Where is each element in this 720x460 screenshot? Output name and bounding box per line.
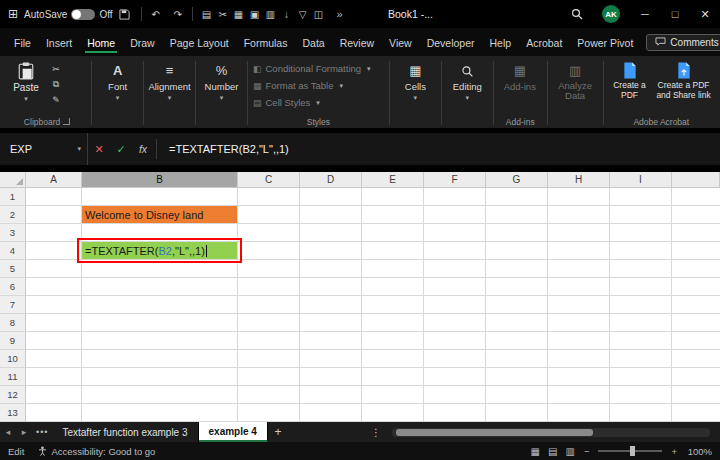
cell-H9[interactable]	[548, 332, 610, 350]
cell-B9[interactable]	[82, 332, 238, 350]
cell-A7[interactable]	[26, 296, 82, 314]
row-header-12[interactable]: 12	[0, 386, 26, 404]
cut-icon[interactable]: ✂	[48, 64, 64, 74]
cell-F13[interactable]	[424, 404, 486, 422]
cell-D3[interactable]	[300, 224, 362, 242]
cell-H1[interactable]	[548, 188, 610, 206]
cell-H8[interactable]	[548, 314, 610, 332]
editing-group-button[interactable]: Editing ▾	[445, 58, 490, 128]
cell-F10[interactable]	[424, 350, 486, 368]
column-header-A[interactable]: A	[26, 172, 82, 188]
app-launcher-icon[interactable]: ⊞	[8, 7, 18, 21]
cell-F3[interactable]	[424, 224, 486, 242]
row-header-6[interactable]: 6	[0, 278, 26, 296]
zoom-out-button[interactable]: −	[584, 446, 590, 457]
tab-draw[interactable]: Draw	[128, 31, 157, 54]
cell-A5[interactable]	[26, 260, 82, 278]
cell-D11[interactable]	[300, 368, 362, 386]
cell-A10[interactable]	[26, 350, 82, 368]
cell-G4[interactable]	[486, 242, 548, 260]
cell-H5[interactable]	[548, 260, 610, 278]
horizontal-scrollbar-thumb[interactable]	[396, 429, 593, 436]
cell-I4[interactable]	[610, 242, 672, 260]
cell-B7[interactable]	[82, 296, 238, 314]
cell-I3[interactable]	[610, 224, 672, 242]
cell-I11[interactable]	[610, 368, 672, 386]
formula-input[interactable]: =TEXTAFTER(B2,"L",,1)	[169, 143, 289, 155]
cell-F4[interactable]	[424, 242, 486, 260]
row-header-4[interactable]: 4	[0, 242, 26, 260]
sheet-tab-textafter-function-example-3[interactable]: Textafter function example 3	[52, 422, 198, 442]
conditional-formatting-button[interactable]: ◧Conditional Formatting▾	[251, 60, 386, 77]
cell-D13[interactable]	[300, 404, 362, 422]
select-all-corner[interactable]	[0, 172, 26, 188]
cell-F2[interactable]	[424, 206, 486, 224]
filter-icon[interactable]: ▽	[295, 9, 311, 20]
maximize-button[interactable]: □	[660, 0, 690, 28]
alignment-group-button[interactable]: ≡ Alignment ▾	[147, 58, 192, 128]
cell-B10[interactable]	[82, 350, 238, 368]
format-painter-icon[interactable]: ✎	[48, 95, 64, 105]
sheet-nav-right-icon[interactable]: ▸	[16, 427, 32, 437]
insert-function-button[interactable]: fx	[132, 143, 154, 155]
cell-H10[interactable]	[548, 350, 610, 368]
cell-A1[interactable]	[26, 188, 82, 206]
cell-A2[interactable]	[26, 206, 82, 224]
cell-H4[interactable]	[548, 242, 610, 260]
horizontal-scrollbar[interactable]	[392, 428, 710, 437]
row-header-5[interactable]: 5	[0, 260, 26, 278]
cell-G13[interactable]	[486, 404, 548, 422]
cell-E13[interactable]	[362, 404, 424, 422]
cell-E12[interactable]	[362, 386, 424, 404]
page-layout-view-icon[interactable]: ▤	[548, 446, 557, 457]
toolbar-overflow-icon[interactable]: »	[337, 8, 343, 20]
column-header-B[interactable]: B	[82, 172, 238, 188]
redo-icon[interactable]: ↷	[170, 9, 186, 20]
format-icon[interactable]: ◫	[311, 9, 327, 20]
analyze-data-button[interactable]: ▥ Analyze Data	[551, 58, 600, 128]
zoom-level[interactable]: 100%	[686, 446, 712, 457]
add-sheet-button[interactable]: +	[268, 425, 288, 439]
tab-review[interactable]: Review	[338, 31, 376, 54]
cell-H2[interactable]	[548, 206, 610, 224]
copy-icon[interactable]: ⧉	[48, 79, 64, 90]
page-break-view-icon[interactable]: ▥	[565, 446, 574, 457]
cell-B11[interactable]	[82, 368, 238, 386]
cell-H13[interactable]	[548, 404, 610, 422]
zoom-slider-thumb[interactable]	[630, 446, 635, 456]
paste-button[interactable]: Paste ▾	[6, 58, 46, 103]
sheet-more-icon[interactable]: •••	[36, 427, 48, 437]
cell-H7[interactable]	[548, 296, 610, 314]
cancel-button[interactable]: ✕	[88, 143, 110, 156]
zoom-in-button[interactable]: +	[671, 446, 677, 457]
column-header-I[interactable]: I	[610, 172, 672, 188]
column-header-D[interactable]: D	[300, 172, 362, 188]
clipboard-dialog-launcher-icon[interactable]	[63, 118, 70, 125]
cell-C9[interactable]	[238, 332, 300, 350]
cut-icon[interactable]: ✂	[215, 9, 231, 20]
tab-page-layout[interactable]: Page Layout	[168, 31, 231, 54]
cell-H6[interactable]	[548, 278, 610, 296]
cell-D6[interactable]	[300, 278, 362, 296]
zoom-slider[interactable]	[598, 450, 662, 452]
cell-I7[interactable]	[610, 296, 672, 314]
cell-B1[interactable]	[82, 188, 238, 206]
cell-F11[interactable]	[424, 368, 486, 386]
normal-view-icon[interactable]: ▦	[531, 446, 540, 457]
cell-E4[interactable]	[362, 242, 424, 260]
cell-C4[interactable]	[238, 242, 300, 260]
font-group-button[interactable]: A Font ▾	[95, 58, 140, 128]
cell-C6[interactable]	[238, 278, 300, 296]
cell-styles-button[interactable]: ▤Cell Styles▾	[251, 94, 386, 111]
tab-formulas[interactable]: Formulas	[242, 31, 290, 54]
tab-power-pivot[interactable]: Power Pivot	[575, 31, 635, 54]
cell-B6[interactable]	[82, 278, 238, 296]
cell-E10[interactable]	[362, 350, 424, 368]
cell-D1[interactable]	[300, 188, 362, 206]
cell-G7[interactable]	[486, 296, 548, 314]
cell-C10[interactable]	[238, 350, 300, 368]
cell-I10[interactable]	[610, 350, 672, 368]
cell-B3[interactable]	[82, 224, 238, 242]
row-header-13[interactable]: 13	[0, 404, 26, 422]
cell-E5[interactable]	[362, 260, 424, 278]
